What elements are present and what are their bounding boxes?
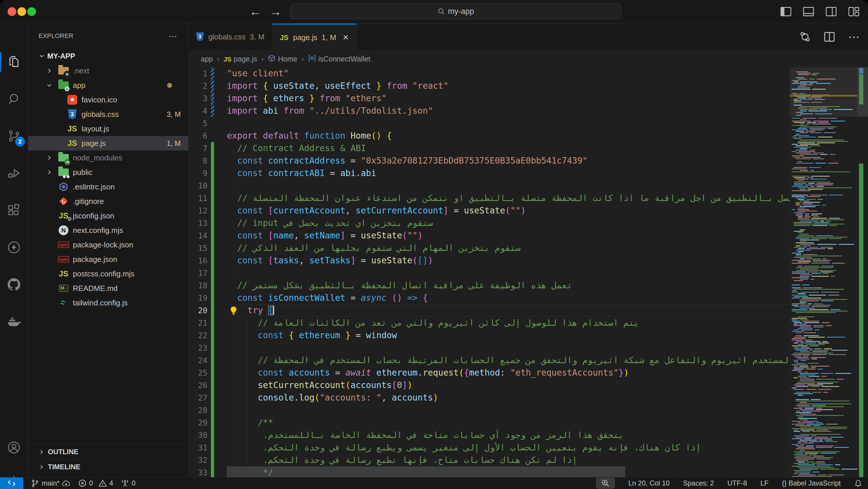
maximize-window-button[interactable] xyxy=(27,7,36,16)
navigate-back-button[interactable]: ← xyxy=(248,4,262,19)
code-line-23[interactable]: 23 xyxy=(189,342,790,354)
code-line-7[interactable]: 7 // Contract Address & ABI xyxy=(189,142,790,155)
code-line-20[interactable]: 20 try { xyxy=(189,304,790,317)
command-center-search[interactable]: my-app xyxy=(290,3,621,19)
code-line-13[interactable]: 13 // input ستقوم بتخزين اي تحديث يحصل ف… xyxy=(189,217,790,229)
breadcrumb-item-app[interactable]: app xyxy=(201,55,213,63)
tree-item-.next[interactable]: N.next xyxy=(28,64,188,78)
code-line-17[interactable]: 17 xyxy=(189,267,790,279)
activity-docker-icon[interactable] xyxy=(0,308,28,335)
tree-item-next.config.mjs[interactable]: Nnext.config.mjs xyxy=(28,223,188,237)
tree-item-package.json[interactable]: npmpackage.json xyxy=(28,252,188,266)
activity-github-icon[interactable] xyxy=(0,271,28,298)
overview-ruler[interactable] xyxy=(857,67,868,477)
tree-item-node_modules[interactable]: JSnode_modules xyxy=(28,151,188,165)
code-line-4[interactable]: 4import abi from "../utils/Todolist.json… xyxy=(189,105,790,117)
tree-item-favicon.ico[interactable]: ★favicon.ico xyxy=(28,93,188,107)
code-line-14[interactable]: 14 const [name, setName] = useState("") xyxy=(189,229,790,242)
code-line-16[interactable]: 16 const [tasks, setTasks] = useState([]… xyxy=(189,254,790,267)
activity-source-control-icon[interactable]: 2 xyxy=(0,122,28,150)
code-line-22[interactable]: 22 const { ethereum } = window xyxy=(189,329,790,342)
minimap[interactable] xyxy=(790,67,857,477)
navigate-forward-button[interactable]: → xyxy=(268,4,283,19)
activity-search-icon[interactable] xyxy=(0,85,28,113)
activity-extensions-icon[interactable] xyxy=(0,196,28,224)
toggle-secondary-sidebar-icon[interactable] xyxy=(825,5,837,18)
workspace-section-header[interactable]: MY-APP xyxy=(28,48,188,64)
code-line-28[interactable]: 28 xyxy=(189,404,790,417)
activity-account-icon[interactable] xyxy=(0,434,28,461)
remote-indicator[interactable] xyxy=(0,478,23,489)
timeline-section-header[interactable]: TIMELINE xyxy=(28,459,188,475)
indentation-setting[interactable]: Spaces: 2 xyxy=(683,479,714,487)
tree-item-public[interactable]: ☻☻public xyxy=(28,165,188,180)
code-line-1[interactable]: 1"use client" xyxy=(189,67,790,80)
explorer-more-actions-icon[interactable]: ⋯ xyxy=(168,31,178,41)
tree-item-README.md[interactable]: M↓README.md xyxy=(28,281,188,296)
minimize-window-button[interactable] xyxy=(18,7,26,16)
code-line-10[interactable]: 10 xyxy=(189,180,790,192)
code-line-25[interactable]: 25 const accounts = await ethereum.reque… xyxy=(189,367,790,379)
tab-page.js[interactable]: JSpage.js 1, M✕ xyxy=(272,24,357,51)
vertical-scrollbar-thumb[interactable] xyxy=(857,67,868,117)
toggle-primary-sidebar-icon[interactable] xyxy=(780,5,792,18)
code-line-26[interactable]: 26 setCurrentAccount(accounts[0]) xyxy=(189,379,790,392)
code-line-31[interactable]: 31 .إذا كان هناك، فإنه يقوم بتعيين الحسا… xyxy=(189,442,790,454)
code-line-19[interactable]: 19 const isConnectWallet = async () => { xyxy=(189,292,790,304)
toggle-panel-icon[interactable] xyxy=(802,5,815,18)
problems-indicator[interactable]: 0 4 xyxy=(78,479,113,488)
tree-item-globals.css[interactable]: 3globals.css3, M xyxy=(28,107,188,122)
activity-explorer-icon[interactable] xyxy=(0,48,28,76)
close-tab-icon[interactable]: ✕ xyxy=(343,33,349,42)
outline-section-header[interactable]: OUTLINE xyxy=(28,444,188,459)
tree-item-tailwind.config.js[interactable]: tailwind.config.js xyxy=(28,296,188,310)
eol-setting[interactable]: LF xyxy=(761,479,769,487)
code-line-2[interactable]: 2import { useState, useEffect } from "re… xyxy=(189,80,790,92)
open-changes-icon[interactable] xyxy=(799,31,811,43)
code-line-33[interactable]: 33 */ xyxy=(189,466,790,477)
code-line-30[interactable]: 30 .يتحقق هذا الرمز من وجود أي حسابات مت… xyxy=(189,429,790,442)
tree-item-jsconfig.json[interactable]: JS⚙jsconfig.json xyxy=(28,208,188,223)
breadcrumb-item-isConnectWallet[interactable]: isConnectWallet xyxy=(308,54,370,64)
code-editor[interactable]: 1"use client"2import { useState, useEffe… xyxy=(189,67,868,477)
tree-item-page.js[interactable]: JSpage.js1, M xyxy=(28,136,188,151)
encoding-setting[interactable]: UTF-8 xyxy=(727,479,747,487)
code-line-21[interactable]: 21 // يتم استخدام هذا للوصول إلى كائن اث… xyxy=(189,317,790,329)
tree-item-layout.js[interactable]: JSlayout.js xyxy=(28,122,188,136)
code-line-32[interactable]: 32 .إذا لم تكن هناك حسابات متاح، فإنها ت… xyxy=(189,454,790,466)
activity-run-debug-icon[interactable] xyxy=(0,159,28,187)
code-line-12[interactable]: 12 const [currentAccount, setCurrentAcco… xyxy=(189,204,790,217)
editor-more-actions-icon[interactable]: ⋯ xyxy=(848,30,861,43)
tree-item-postcss.config.mjs[interactable]: JSpostcss.config.mjs xyxy=(28,266,188,281)
code-line-6[interactable]: 6export default function Home() { xyxy=(189,130,790,142)
zoom-indicator[interactable] xyxy=(596,478,615,489)
minimap-slider[interactable] xyxy=(790,67,857,117)
breadcrumb-item-Home[interactable]: Home xyxy=(268,54,297,64)
code-line-3[interactable]: 3import { ethers } from "ethers" xyxy=(189,92,790,105)
code-line-29[interactable]: 29 /** xyxy=(189,417,790,429)
branch-indicator[interactable]: main* xyxy=(31,479,70,488)
code-line-15[interactable]: 15 // ستقوم بتخزين المهام التي ستقوم بجل… xyxy=(189,242,790,254)
code-line-9[interactable]: 9 const contractABI = abi.abi xyxy=(189,167,790,180)
code-line-11[interactable]: 11 // في هذه الوظيفة ستتصل بـالتطبيق من … xyxy=(189,192,790,204)
notifications-bell-icon[interactable] xyxy=(854,479,862,487)
tree-item-.eslintrc.json[interactable]: .eslintrc.json xyxy=(28,180,188,194)
tree-item-app[interactable]: ⚙app xyxy=(28,78,188,93)
tree-item-package-lock.json[interactable]: npmpackage-lock.json xyxy=(28,237,188,252)
tab-globals.css[interactable]: 3globals.css 3, M xyxy=(189,24,272,50)
activity-thunder-client-icon[interactable] xyxy=(0,233,28,261)
code-line-24[interactable]: 24 // المرتبطة بحساب المستخدم ويمكن استخ… xyxy=(189,354,790,367)
ports-indicator[interactable]: 0 xyxy=(121,479,135,488)
code-line-18[interactable]: 18 // تعمل هذه الوظيفة على مراقبة اتصال … xyxy=(189,279,790,292)
language-mode[interactable]: {} Babel JavaScript xyxy=(782,479,841,487)
tree-item-.gitignore[interactable]: .gitignore xyxy=(28,194,188,208)
close-window-button[interactable] xyxy=(7,7,16,16)
code-line-8[interactable]: 8 const contractAddress = "0x53a2e708127… xyxy=(189,155,790,167)
code-line-27[interactable]: 27 console.log("accounts: ", accounts) xyxy=(189,392,790,404)
horizontal-scrollbar-thumb[interactable] xyxy=(227,466,625,477)
breadcrumb-item-page.js[interactable]: JSpage.js xyxy=(224,55,257,63)
customize-layout-icon[interactable] xyxy=(848,5,860,18)
code-line-5[interactable]: 5 xyxy=(189,117,790,130)
split-editor-icon[interactable] xyxy=(824,31,835,43)
cursor-position[interactable]: Ln 20, Col 10 xyxy=(628,479,670,487)
